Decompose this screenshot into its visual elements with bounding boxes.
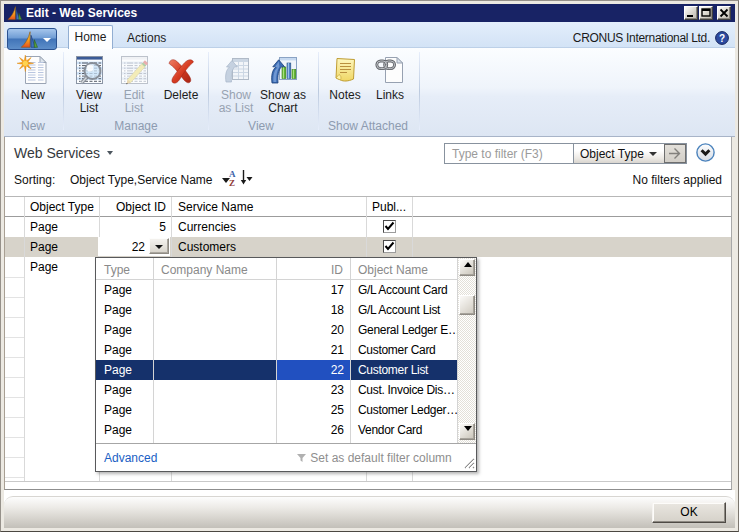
svg-text:Z: Z: [229, 178, 235, 186]
svg-text:?: ?: [719, 33, 725, 44]
